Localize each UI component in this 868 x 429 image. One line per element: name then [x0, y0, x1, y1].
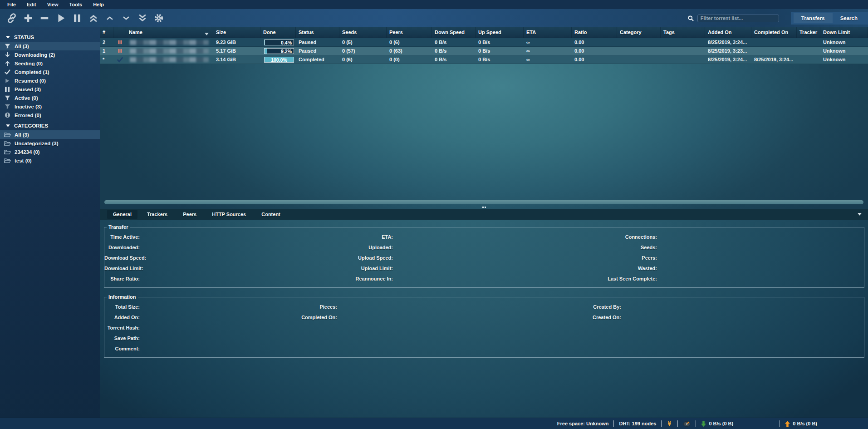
menu-view[interactable]: View — [42, 1, 64, 8]
folder-icon — [4, 132, 11, 138]
column-header-tracker[interactable]: Tracker — [797, 27, 820, 38]
horizontal-scrollbar-thumb[interactable] — [104, 200, 863, 204]
column-header-label: Seeds — [342, 30, 357, 35]
column-header-added-on[interactable]: Added On — [705, 27, 751, 38]
alt-speed-toggle-icon[interactable] — [683, 420, 691, 427]
column-header-label: Completed On — [754, 30, 788, 35]
move-down-button[interactable] — [120, 12, 132, 24]
column-header-label: Up Speed — [478, 30, 501, 35]
upload-speed-status[interactable]: 0 B/s (0 B) — [785, 421, 817, 427]
column-header-size[interactable]: Size — [213, 27, 260, 38]
pause-button[interactable] — [71, 12, 83, 24]
sidebar-item-downloading-2[interactable]: Downloading (2) — [0, 50, 100, 59]
sidebar-item-inactive-3[interactable]: Inactive (3) — [0, 102, 100, 111]
menu-help[interactable]: Help — [88, 1, 109, 8]
field-label-completed-on: Completed On: — [140, 315, 337, 320]
column-header-status[interactable]: Status — [296, 27, 339, 38]
column-header-down-speed[interactable]: Down Speed — [432, 27, 476, 38]
column-header-state[interactable] — [113, 27, 126, 38]
download-arrow-icon — [701, 421, 706, 427]
column-header-eta[interactable]: ETA — [524, 27, 572, 38]
add-icon — [23, 13, 33, 23]
folder-icon — [4, 158, 11, 163]
column-header-ratio[interactable]: Ratio — [572, 27, 617, 38]
tab-transfers[interactable]: Transfers — [794, 13, 833, 23]
link-button[interactable] — [6, 12, 18, 24]
redacted-torrent-name — [130, 57, 209, 62]
sidebar-item-resumed-0[interactable]: Resumed (0) — [0, 76, 100, 85]
sidebar-item-all-3[interactable]: All (3) — [0, 42, 100, 50]
torrent-row[interactable]: 29.23 GiB0.4%Paused0 (5)0 (6)0 B/s0 B/s∞… — [100, 38, 868, 47]
sidebar-item-paused-3[interactable]: Paused (3) — [0, 85, 100, 94]
torrent-row[interactable]: *3.14 GiB100.0%Completed0 (6)0 (0)0 B/s0… — [100, 55, 868, 64]
resume-button[interactable] — [55, 12, 67, 24]
cell-tracker — [797, 47, 820, 55]
sidebar-item-label: All (3) — [15, 44, 29, 49]
menu-file[interactable]: File — [2, 1, 21, 8]
detail-panel: GeneralTrackersPeersHTTP SourcesContent … — [100, 209, 868, 418]
sidebar-item-test-0[interactable]: test (0) — [0, 156, 100, 165]
sidebar-section-status[interactable]: STATUS — [0, 33, 100, 42]
column-header-peers[interactable]: Peers — [387, 27, 432, 38]
add-button[interactable] — [22, 12, 34, 24]
detail-tab-http-sources[interactable]: HTTP Sources — [206, 210, 252, 219]
main-panel: #NameSizeDoneStatusSeedsPeersDown SpeedU… — [100, 27, 868, 418]
column-header-completed-on[interactable]: Completed On — [751, 27, 797, 38]
column-header-done[interactable]: Done — [260, 27, 296, 38]
move-up-button[interactable] — [104, 12, 116, 24]
cell-done: 100.0% — [260, 55, 296, 64]
statusbar-divider — [696, 420, 696, 427]
cell-name — [126, 38, 213, 46]
sidebar-item-234234-0[interactable]: 234234 (0) — [0, 148, 100, 156]
detail-tab-content[interactable]: Content — [255, 210, 286, 219]
column-header-category[interactable]: Category — [617, 27, 661, 38]
connection-status-icon[interactable] — [667, 420, 672, 427]
sidebar-item-uncategorized-3[interactable]: Uncategorized (3) — [0, 139, 100, 148]
move-top-button[interactable] — [88, 12, 99, 24]
menu-edit[interactable]: Edit — [21, 1, 42, 8]
sidebar-item-active-0[interactable]: Active (0) — [0, 94, 100, 102]
field-label-seeds: Seeds: — [393, 245, 657, 250]
column-header-seeds[interactable]: Seeds — [339, 27, 387, 38]
cell-size: 3.14 GiB — [213, 55, 260, 64]
detail-tab-trackers[interactable]: Trackers — [141, 210, 173, 219]
sidebar-item-errored-0[interactable]: Errored (0) — [0, 111, 100, 119]
cell-down-speed: 0 B/s — [432, 38, 476, 46]
cell-added-on: 8/25/2019, 3:24... — [705, 55, 751, 64]
column-header-label: Name — [129, 30, 142, 35]
sort-descending-icon — [205, 31, 209, 36]
progress-bar: 9.2% — [264, 48, 294, 54]
sidebar-item-all-3[interactable]: All (3) — [0, 130, 100, 139]
move-bottom-icon — [138, 14, 147, 23]
detail-tab-general[interactable]: General — [107, 210, 137, 219]
sidebar-item-label: Downloading (2) — [15, 52, 55, 58]
cell-blank: * — [100, 55, 113, 64]
torrent-table-empty-space — [100, 64, 868, 199]
cell-down-limit: Unknown — [820, 47, 868, 55]
download-speed-status[interactable]: 0 B/s (0 B) — [701, 421, 733, 427]
tab-search[interactable]: Search — [833, 13, 865, 23]
field-label-downloaded: Downloaded: — [104, 245, 140, 250]
column-header-tags[interactable]: Tags — [661, 27, 705, 38]
top-tab-strip: Transfers Search — [791, 12, 868, 25]
column-header-name[interactable]: Name — [126, 27, 213, 38]
field-label-connections: Connections: — [393, 234, 657, 240]
column-header-up-speed[interactable]: Up Speed — [476, 27, 524, 38]
filter-torrent-input[interactable] — [697, 15, 779, 22]
torrent-row[interactable]: 15.17 GiB9.2%Paused0 (57)0 (63)0 B/s0 B/… — [100, 47, 868, 55]
column-header-blank[interactable]: # — [100, 27, 113, 38]
detail-panel-collapse-icon[interactable] — [855, 212, 864, 216]
menu-tools[interactable]: Tools — [64, 1, 88, 8]
panel-splitter[interactable] — [100, 205, 868, 209]
move-bottom-button[interactable] — [137, 12, 148, 24]
remove-button[interactable] — [39, 12, 50, 24]
sidebar-item-seeding-0[interactable]: Seeding (0) — [0, 59, 100, 68]
column-header-down-limit[interactable]: Down Limit — [820, 27, 868, 38]
detail-field-row: Save Path: — [104, 333, 864, 343]
column-header-label: Status — [299, 30, 314, 35]
detail-tab-peers[interactable]: Peers — [177, 210, 202, 219]
options-button[interactable] — [153, 12, 165, 24]
sidebar-section-categories[interactable]: CATEGORIES — [0, 121, 100, 130]
sidebar-item-completed-1[interactable]: Completed (1) — [0, 68, 100, 76]
sidebar-item-label: Errored (0) — [15, 113, 41, 118]
